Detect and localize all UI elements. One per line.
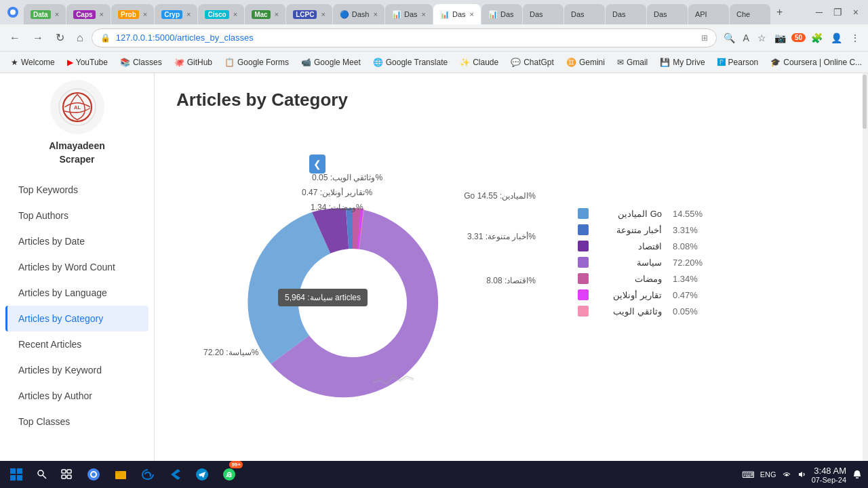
taskbar-items: 99+ [33, 462, 241, 487]
tab-che[interactable]: Che [730, 4, 770, 24]
label-economy: اقتصاد: 8.08% [486, 276, 536, 285]
keyboard-icon[interactable]: ⌨ [742, 470, 755, 480]
page-title: Articles by Category [176, 89, 841, 110]
qr-icon: ⊞ [701, 33, 708, 43]
nav-top-authors[interactable]: Top Authors [5, 203, 149, 228]
svg-rect-8 [10, 475, 16, 481]
nav-top-classes[interactable]: Top Classes [5, 409, 149, 434]
nav-articles-word-count[interactable]: Articles by Word Count [5, 254, 149, 280]
bookmark-claude[interactable]: ✨ Claude [454, 56, 504, 69]
taskbar-language[interactable]: ENG [760, 470, 776, 479]
nav-top-keywords[interactable]: Top Keywords [5, 177, 149, 203]
bookmark-youtube[interactable]: ▶ YouTube [62, 56, 113, 69]
bookmark-github[interactable]: 🐙 GitHub [169, 56, 218, 69]
svg-point-18 [92, 472, 96, 476]
bookmark-google-forms[interactable]: 📋 Google Forms [219, 56, 294, 69]
bookmark-chatgpt[interactable]: 💬 ChatGpt [505, 56, 559, 69]
notification-icon[interactable] [852, 469, 863, 480]
bookmark-google-translate[interactable]: 🌐 Google Translate [368, 56, 453, 69]
tab-das7[interactable]: Das [647, 4, 688, 24]
settings-icon[interactable]: ⋮ [848, 30, 863, 46]
tab-dash1[interactable]: 🔵 Dash × [333, 4, 384, 24]
forward-button[interactable]: → [28, 29, 47, 47]
label-akhbar: أخبار متنوعة: 3.31% [467, 232, 536, 241]
tab-api[interactable]: API [688, 4, 729, 24]
minimize-button[interactable]: ─ [812, 5, 827, 19]
scrollbar[interactable] [863, 73, 868, 461]
svg-rect-20 [115, 471, 120, 473]
sidebar-nav: Top Keywords Top Authors Articles by Dat… [0, 177, 154, 434]
nav-articles-by-keyword[interactable]: Articles by Keyword [5, 357, 149, 383]
tab-caps[interactable]: Caps × [66, 4, 111, 24]
bookmark-icon[interactable]: ☆ [755, 30, 769, 46]
svg-point-10 [38, 470, 43, 476]
label-online: تقارير أونلاين: 0.47% [302, 188, 372, 197]
screenshot-icon[interactable]: 📷 [772, 30, 789, 46]
bookmark-welcome[interactable]: ★ Welcome [5, 56, 60, 69]
tab-bar: Data × Caps × Prob × Cryp × Cisco × Mac … [0, 0, 868, 24]
nav-articles-by-author[interactable]: Articles by Author [5, 383, 149, 409]
tab-das-active[interactable]: 📊 Das × [433, 4, 481, 24]
bookmarks-bar: ★ Welcome ▶ YouTube 📚 Classes 🐙 GitHub 📋… [0, 52, 868, 73]
address-bar[interactable]: 🔒 127.0.0.1:5000/articles_by_classes ⊞ [92, 28, 717, 47]
profile-icon[interactable]: 👤 [828, 30, 845, 46]
reload-button[interactable]: ↻ [52, 28, 68, 47]
bookmark-classes[interactable]: 📚 Classes [115, 56, 167, 69]
bookmark-pearson[interactable]: 🅿 Pearson [712, 56, 764, 69]
taskbar-chrome[interactable] [81, 462, 106, 487]
taskbar-edge[interactable] [136, 462, 160, 487]
restore-button[interactable]: ❐ [829, 5, 846, 19]
legend-online-reports: تقارير أونلاين 0.47% [578, 289, 703, 300]
tab-das5[interactable]: Das [564, 4, 605, 24]
nav-articles-by-date[interactable]: Articles by Date [5, 228, 149, 254]
bookmark-drive[interactable]: 💾 My Drive [654, 56, 710, 69]
tab-prob[interactable]: Prob × [111, 4, 154, 24]
tab-mac[interactable]: Mac × [245, 4, 285, 24]
svg-rect-12 [62, 470, 66, 473]
sidebar-toggle-button[interactable]: ❮ [309, 155, 326, 174]
extension-icon[interactable]: 🧩 [808, 30, 825, 46]
bookmark-google-meet[interactable]: 📹 Google Meet [296, 56, 366, 69]
taskbar-clock[interactable]: 3:48 AM 07-Sep-24 [812, 466, 846, 484]
new-tab-button[interactable]: + [771, 3, 788, 21]
svg-rect-15 [67, 475, 71, 479]
tab-data[interactable]: Data × [24, 4, 66, 24]
tab-lcpc[interactable]: LCPC × [286, 4, 332, 24]
taskbar-taskview[interactable] [54, 462, 79, 487]
taskbar-telegram[interactable] [190, 462, 214, 487]
tab-cisco[interactable]: Cisco × [198, 4, 244, 24]
scrollbar-thumb[interactable] [863, 75, 867, 129]
nav-articles-by-category[interactable]: Articles by Category [5, 306, 149, 331]
label-wimadat: ومضات: 1.34% [311, 203, 363, 212]
bookmark-gemini[interactable]: ♊ Gemini [561, 56, 610, 69]
tab-das4[interactable]: Das [523, 4, 564, 24]
tab-das1[interactable]: 📊 Das × [385, 4, 433, 24]
tab-das6[interactable]: Das [606, 4, 646, 24]
bookmark-coursera[interactable]: 🎓 Coursera | Online C... [765, 56, 867, 69]
start-button[interactable] [5, 464, 27, 485]
tab-cryp[interactable]: Cryp × [155, 4, 197, 24]
close-button[interactable]: × [849, 5, 863, 19]
volume-icon [797, 470, 806, 479]
taskbar-whatsapp[interactable]: 99+ [217, 462, 241, 487]
nav-recent-articles[interactable]: Recent Articles [5, 331, 149, 357]
home-button[interactable]: ⌂ [73, 29, 87, 47]
legend-economy: اقتصاد 8.08% [578, 241, 703, 251]
taskbar-explorer[interactable] [108, 462, 133, 487]
chart-container: وثائقي الويب: 0.05% تقارير أونلاين: 0.47… [176, 127, 841, 411]
nav-articles-by-language[interactable]: Articles by Language [5, 280, 149, 306]
app-name: Almayadeen Scraper [49, 140, 104, 166]
taskbar-sys: ⌨ ENG 3:48 AM 07-Sep-24 [742, 466, 863, 484]
font-size-icon[interactable]: A [741, 30, 752, 46]
tab-das3[interactable]: 📊 Das [481, 4, 522, 24]
svg-point-5 [298, 249, 407, 357]
app-logo: AL [50, 80, 104, 134]
svg-text:AL: AL [74, 104, 81, 110]
taskbar-search[interactable] [33, 462, 52, 487]
url-text: 127.0.0.1:5000/articles_by_classes [116, 33, 696, 43]
bookmark-gmail[interactable]: ✉ Gmail [612, 56, 653, 69]
back-button[interactable]: ← [5, 29, 24, 47]
taskbar-vscode[interactable] [163, 462, 187, 487]
search-icon[interactable]: 🔍 [721, 30, 738, 46]
chart-wrapper: وثائقي الويب: 0.05% تقارير أونلاين: 0.47… [176, 127, 556, 411]
